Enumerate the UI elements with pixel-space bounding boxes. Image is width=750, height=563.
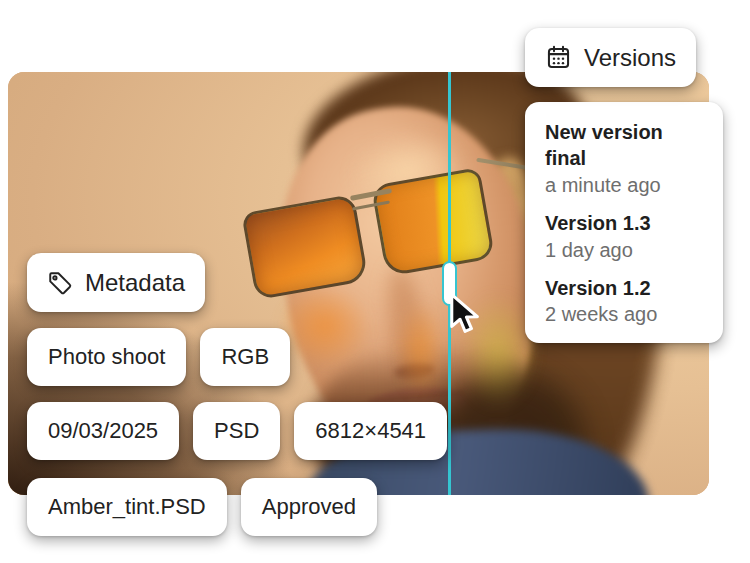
versions-button[interactable]: Versions bbox=[525, 28, 696, 87]
version-time: 1 day ago bbox=[545, 237, 703, 263]
page: { "colors": { "page_bg": "#ffffff", "acc… bbox=[0, 0, 750, 563]
version-time: 2 weeks ago bbox=[545, 301, 703, 327]
version-list-item[interactable]: Version 1.2 2 weeks ago bbox=[545, 275, 703, 328]
metadata-chip[interactable]: PSD bbox=[193, 402, 280, 460]
metadata-chip[interactable]: RGB bbox=[200, 328, 290, 386]
tag-icon bbox=[47, 270, 73, 296]
metadata-chip[interactable]: 6812×4541 bbox=[294, 402, 447, 460]
metadata-button[interactable]: Metadata bbox=[27, 253, 205, 312]
metadata-chip[interactable]: Approved bbox=[241, 478, 377, 536]
version-time: a minute ago bbox=[545, 172, 703, 198]
version-name: Version 1.2 bbox=[545, 275, 703, 301]
metadata-chip-row-3: Amber_tint.PSD Approved bbox=[27, 478, 377, 536]
arrow-cursor-icon bbox=[449, 293, 485, 335]
versions-button-label: Versions bbox=[584, 44, 676, 72]
version-name: Version 1.3 bbox=[545, 210, 703, 236]
metadata-chip[interactable]: Photo shoot bbox=[27, 328, 186, 386]
version-list-item[interactable]: New version final a minute ago bbox=[545, 119, 703, 198]
metadata-chip[interactable]: 09/03/2025 bbox=[27, 402, 179, 460]
metadata-chip-row-1: Photo shoot RGB bbox=[27, 328, 290, 386]
metadata-chip[interactable]: Amber_tint.PSD bbox=[27, 478, 227, 536]
cheek-glow-orange-right bbox=[390, 284, 452, 414]
version-name: New version final bbox=[545, 119, 703, 172]
sunglasses-right-lens bbox=[371, 167, 495, 277]
metadata-button-label: Metadata bbox=[85, 269, 185, 297]
versions-panel: New version final a minute ago Version 1… bbox=[525, 102, 723, 343]
metadata-chip-row-2: 09/03/2025 PSD 6812×4541 bbox=[27, 402, 447, 460]
version-list-item[interactable]: Version 1.3 1 day ago bbox=[545, 210, 703, 263]
calendar-icon bbox=[545, 44, 572, 71]
